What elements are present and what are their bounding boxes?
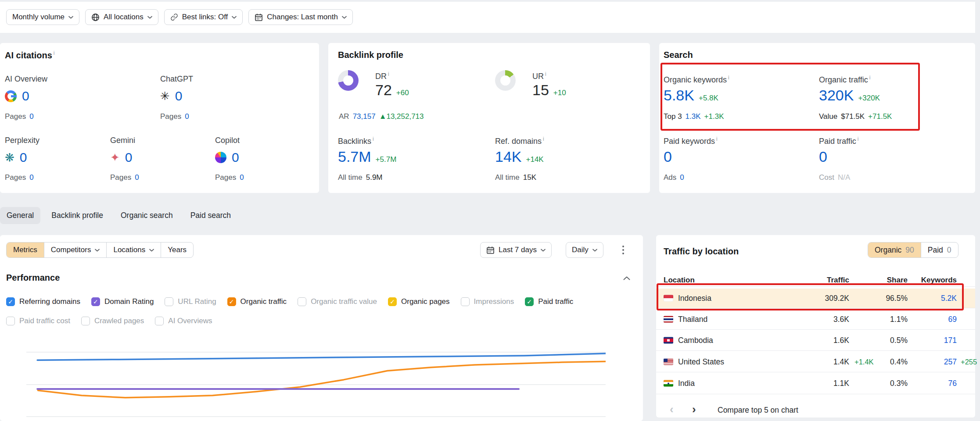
checkbox-paid-traffic[interactable]: ✓Paid traffic: [525, 297, 573, 306]
checkbox-organic-pages[interactable]: ✓Organic pages: [388, 297, 450, 306]
copilot-label: Copilot: [215, 136, 240, 145]
cost-value: N/A: [838, 173, 850, 182]
ref-domains-value-link[interactable]: 14K: [495, 148, 522, 165]
tab-paid-search[interactable]: Paid search: [184, 207, 237, 224]
organic-keywords-value-link[interactable]: 5.8K: [664, 87, 694, 104]
top3-delta: +1.3K: [704, 112, 724, 121]
traffic-value: $71.5K: [841, 112, 865, 121]
granularity-dropdown[interactable]: Daily: [566, 242, 603, 258]
info-icon[interactable]: i: [54, 50, 55, 56]
toggle-organic[interactable]: Organic 90: [868, 243, 921, 257]
changes-dropdown[interactable]: Changes: Last month: [248, 9, 353, 25]
keywords-link[interactable]: 76: [948, 378, 957, 387]
tab-backlink-profile[interactable]: Backlink profile: [45, 207, 110, 224]
traffic-by-location-panel: Traffic by location Organic 90 Paid 0 Lo…: [656, 235, 975, 417]
paid-traffic-value-link[interactable]: 0: [819, 148, 827, 165]
search-card: Search Organic keywordsi 5.8K +5.8K Top …: [659, 43, 975, 193]
keywords-link[interactable]: 171: [944, 336, 957, 345]
chevron-down-icon: [147, 16, 152, 19]
organic-count: 90: [905, 246, 914, 255]
info-icon[interactable]: i: [543, 136, 544, 142]
best-links-dropdown[interactable]: Best links: Off: [164, 9, 243, 25]
backlink-profile-title: Backlink profile: [338, 50, 403, 60]
segment-years[interactable]: Years: [161, 243, 193, 257]
chevron-down-icon: [592, 249, 597, 252]
more-options-kebab-icon[interactable]: [618, 244, 628, 256]
checkbox-ai-overviews[interactable]: AI Overviews: [155, 317, 212, 325]
checkbox-impressions[interactable]: Impressions: [461, 297, 514, 306]
ar-delta: ▲13,252,713: [379, 112, 424, 121]
toggle-paid[interactable]: Paid 0: [921, 243, 958, 257]
table-row-cambodia[interactable]: Cambodia 1.6K 0.5% 171: [656, 329, 975, 351]
tab-general[interactable]: General: [0, 207, 40, 224]
chart-mode-segmented-control: Metrics Competitors Locations Years: [6, 242, 194, 258]
collapse-chevron-up-icon[interactable]: [623, 276, 630, 280]
locations-dropdown[interactable]: All locations: [85, 9, 158, 25]
pages-label: Pages: [5, 173, 26, 182]
ai-overview-pages-link[interactable]: 0: [29, 112, 33, 121]
checkbox-url-rating[interactable]: URL Rating: [165, 297, 216, 306]
organic-traffic-value-link[interactable]: 320K: [819, 87, 854, 104]
perplexity-pages-link[interactable]: 0: [29, 173, 33, 182]
date-range-dropdown[interactable]: Last 7 days: [480, 242, 552, 258]
top3-value-link[interactable]: 1.3K: [686, 112, 701, 121]
table-row-india[interactable]: India 1.1K 0.3% 76: [656, 372, 975, 394]
info-icon[interactable]: i: [373, 136, 374, 142]
ar-value-link[interactable]: 73,157: [353, 112, 376, 121]
info-icon[interactable]: i: [716, 136, 718, 142]
dr-value: 72: [375, 82, 392, 99]
keywords-link[interactable]: 257: [944, 357, 957, 366]
col-traffic: Traffic: [827, 276, 849, 285]
performance-line-chart[interactable]: [26, 336, 606, 421]
checkbox-organic-traffic-value[interactable]: Organic traffic value: [298, 297, 377, 306]
metric-checkbox-row-2: Paid traffic cost Crawled pages AI Overv…: [6, 317, 212, 325]
chevron-down-icon: [232, 16, 237, 19]
checkbox-referring-domains[interactable]: ✓Referring domains: [6, 297, 80, 306]
keywords-link[interactable]: 69: [948, 314, 957, 323]
paid-traffic-label: Paid traffici: [819, 136, 858, 146]
ref-domains-delta: +14K: [526, 155, 544, 164]
table-row-indonesia[interactable]: Indonesia 309.2K 96.5% 5.2K: [656, 289, 975, 308]
ads-value-link[interactable]: 0: [680, 173, 684, 182]
copilot-pages-link[interactable]: 0: [240, 173, 244, 182]
chatgpt-icon: ✳: [160, 90, 170, 102]
segment-competitors[interactable]: Competitors: [44, 243, 107, 257]
thailand-flag-icon: [664, 316, 673, 322]
indonesia-flag-icon: [664, 295, 673, 302]
gemini-pages-link[interactable]: 0: [135, 173, 139, 182]
info-icon[interactable]: i: [545, 71, 546, 77]
checkbox-crawled-pages[interactable]: Crawled pages: [81, 317, 144, 325]
checkbox-organic-traffic[interactable]: ✓Organic traffic: [227, 297, 287, 306]
monthly-volume-dropdown[interactable]: Monthly volume: [6, 9, 79, 25]
ur-delta: +10: [553, 89, 566, 97]
chevron-down-icon: [541, 249, 546, 252]
col-share: Share: [887, 276, 908, 285]
paid-keywords-value-link[interactable]: 0: [664, 148, 672, 165]
tab-organic-search[interactable]: Organic search: [114, 207, 179, 224]
chevron-down-icon: [149, 249, 154, 252]
segment-metrics[interactable]: Metrics: [7, 243, 44, 257]
checkbox-domain-rating[interactable]: ✓Domain Rating: [91, 297, 154, 306]
info-icon[interactable]: i: [869, 75, 871, 81]
pages-label: Pages: [160, 112, 181, 121]
chatgpt-count: 0: [175, 89, 183, 103]
copilot-count: 0: [232, 150, 239, 165]
info-icon[interactable]: i: [388, 71, 389, 77]
pager-prev-icon[interactable]: ‹: [670, 403, 674, 415]
backlinks-value-link[interactable]: 5.7M: [338, 148, 371, 165]
pages-label: Pages: [215, 173, 236, 182]
checkbox-paid-traffic-cost[interactable]: Paid traffic cost: [6, 317, 70, 325]
backlinks-label: Backlinksi: [338, 136, 374, 146]
info-icon[interactable]: i: [728, 75, 729, 81]
calendar-icon: [255, 13, 263, 21]
segment-locations[interactable]: Locations: [106, 243, 161, 257]
keywords-link[interactable]: 5.2K: [941, 294, 957, 303]
chatgpt-pages-link[interactable]: 0: [185, 112, 189, 121]
table-row-united-states[interactable]: United States 1.4K +1.4K 0.4% 257 +255: [656, 350, 975, 372]
copilot-icon: [215, 152, 226, 163]
gemini-count: 0: [125, 150, 133, 165]
perplexity-label: Perplexity: [5, 136, 39, 145]
table-row-thailand[interactable]: Thailand 3.6K 1.1% 69: [656, 308, 975, 330]
info-icon[interactable]: i: [858, 136, 859, 142]
pager-next-icon[interactable]: ›: [692, 403, 696, 415]
